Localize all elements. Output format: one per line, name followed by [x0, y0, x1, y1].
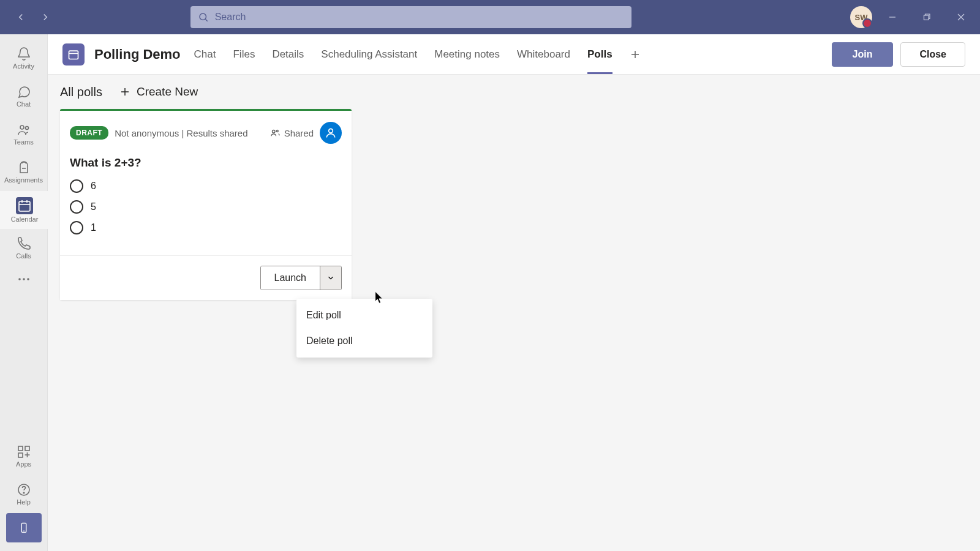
draft-badge: DRAFT	[70, 126, 108, 140]
titlebar: SW	[0, 0, 980, 34]
rail-label: Activity	[13, 62, 34, 70]
maximize-button[interactable]	[913, 6, 941, 28]
user-avatar[interactable]: SW	[850, 6, 872, 28]
rail-label: Teams	[13, 138, 33, 146]
svg-rect-22	[69, 51, 78, 59]
create-new-label: Create New	[137, 85, 198, 99]
poll-option[interactable]: 1	[70, 221, 342, 234]
svg-point-6	[20, 126, 24, 129]
svg-rect-8	[19, 201, 30, 211]
chevron-down-icon	[326, 274, 335, 282]
svg-point-0	[200, 13, 206, 20]
svg-point-30	[329, 129, 333, 133]
rail-mobile-button[interactable]	[6, 513, 42, 542]
search-box[interactable]	[190, 6, 631, 28]
launch-dropdown-button[interactable]	[320, 266, 341, 290]
app-rail: Activity Chat Teams Assignments Calendar…	[0, 34, 48, 551]
poll-meta: Not anonymous | Results shared	[115, 128, 247, 138]
rail-label: Calendar	[11, 216, 39, 223]
chat-icon	[17, 84, 31, 99]
all-polls-label: All polls	[60, 85, 102, 99]
svg-rect-16	[25, 446, 29, 451]
join-button[interactable]: Join	[832, 42, 894, 67]
rail-label: Help	[17, 498, 31, 506]
rail-teams[interactable]: Teams	[0, 115, 48, 153]
radio-icon	[70, 221, 83, 234]
teams-icon	[17, 122, 31, 137]
rail-label: Calls	[16, 252, 31, 260]
minimize-button[interactable]	[878, 6, 907, 28]
rail-label: Assignments	[4, 176, 43, 184]
rail-more[interactable]	[0, 267, 48, 291]
poll-option-label: 6	[91, 181, 96, 192]
help-icon	[17, 482, 31, 497]
rail-chat[interactable]: Chat	[0, 77, 48, 115]
rail-calls[interactable]: Calls	[0, 229, 48, 267]
svg-rect-17	[18, 453, 23, 457]
poll-option[interactable]: 5	[70, 200, 342, 214]
add-tab-button[interactable]	[630, 49, 641, 60]
polls-toolbar: All polls Create New	[48, 75, 980, 109]
tab-files[interactable]: Files	[233, 34, 255, 74]
rail-assignments[interactable]: Assignments	[0, 153, 48, 191]
mobile-icon	[18, 520, 29, 536]
poll-option-label: 5	[91, 201, 96, 212]
tab-details[interactable]: Details	[272, 34, 304, 74]
meeting-title: Polling Demo	[94, 47, 181, 62]
calendar-icon	[17, 198, 32, 213]
launch-button[interactable]: Launch	[261, 266, 320, 290]
launch-split-button: Launch	[260, 266, 342, 290]
apps-icon	[17, 444, 31, 459]
delete-poll-item[interactable]: Delete poll	[296, 328, 432, 354]
tab-whiteboard[interactable]: Whiteboard	[517, 34, 570, 74]
calendar-app-icon	[62, 43, 85, 66]
search-input[interactable]	[215, 12, 624, 23]
tab-meeting-notes[interactable]: Meeting notes	[434, 34, 500, 74]
backpack-icon	[17, 160, 31, 175]
plus-icon	[630, 49, 641, 60]
more-icon	[17, 272, 31, 287]
tab-chat[interactable]: Chat	[194, 34, 216, 74]
rail-apps[interactable]: Apps	[0, 437, 48, 475]
svg-rect-3	[924, 15, 929, 20]
svg-line-1	[205, 19, 207, 21]
svg-point-28	[272, 130, 275, 133]
radio-icon	[70, 200, 83, 214]
svg-point-29	[276, 130, 278, 132]
rail-label: Chat	[17, 100, 31, 108]
poll-question: What is 2+3?	[70, 156, 342, 170]
plus-icon	[119, 86, 130, 97]
poll-option-label: 1	[91, 222, 96, 233]
poll-option[interactable]: 6	[70, 179, 342, 193]
svg-point-7	[25, 127, 28, 130]
rail-help[interactable]: Help	[0, 475, 48, 513]
person-icon	[325, 127, 337, 139]
svg-rect-15	[18, 446, 23, 451]
search-icon	[198, 12, 209, 23]
poll-owner-avatar[interactable]	[320, 122, 342, 144]
people-icon	[270, 127, 281, 138]
svg-point-14	[27, 278, 29, 280]
close-button[interactable]: Close	[900, 42, 965, 67]
tab-scheduling-assistant[interactable]: Scheduling Assistant	[321, 34, 417, 74]
rail-activity[interactable]: Activity	[0, 39, 48, 77]
radio-icon	[70, 179, 83, 193]
phone-icon	[17, 236, 31, 251]
rail-label: Apps	[16, 460, 31, 468]
meeting-header: Polling Demo Chat Files Details Scheduli…	[48, 34, 980, 75]
edit-poll-item[interactable]: Edit poll	[296, 302, 432, 328]
svg-point-19	[23, 492, 24, 493]
shared-label: Shared	[270, 127, 314, 138]
nav-forward-button[interactable]	[34, 6, 56, 28]
tab-polls[interactable]: Polls	[587, 34, 612, 74]
poll-card: DRAFT Not anonymous | Results shared Sha…	[60, 109, 352, 300]
close-window-button[interactable]	[947, 6, 975, 28]
svg-point-13	[23, 278, 25, 280]
nav-back-button[interactable]	[10, 6, 32, 28]
bell-icon	[17, 47, 31, 61]
create-new-button[interactable]: Create New	[119, 85, 198, 99]
svg-point-12	[18, 278, 21, 280]
rail-calendar[interactable]: Calendar	[0, 191, 48, 229]
launch-dropdown-menu: Edit poll Delete poll	[296, 299, 432, 358]
